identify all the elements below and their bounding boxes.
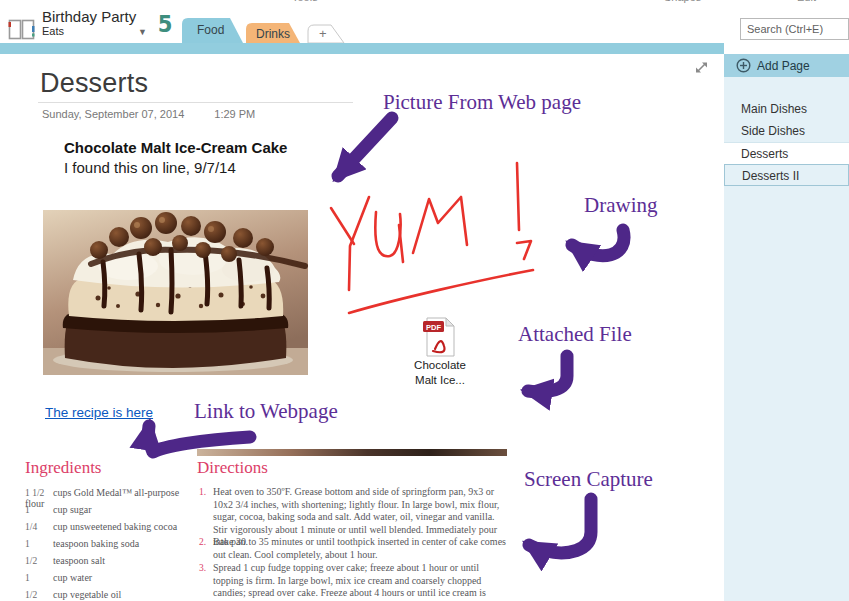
- recipe-hyperlink[interactable]: The recipe is here: [45, 405, 153, 420]
- ink-drawing-yum: [331, 163, 533, 313]
- add-page-button[interactable]: Add Page: [724, 54, 849, 77]
- page-time: 1:29 PM: [214, 108, 255, 120]
- search-input[interactable]: [740, 18, 849, 40]
- ingredient-row: 1/4cup unsweetened baking cocoa: [25, 521, 195, 532]
- note-heading[interactable]: Chocolate Malt Ice-Cream Cake: [64, 139, 287, 156]
- page-date: Sunday, September 07, 2014: [42, 108, 184, 120]
- onenote-window: Tools Shapes Edit Birthday Party Eats ▼ …: [0, 0, 849, 601]
- sidebar-page-desserts-2[interactable]: Desserts II: [724, 164, 849, 186]
- page-timestamp: Sunday, September 07, 20141:29 PM: [42, 108, 255, 120]
- note-subheading[interactable]: I found this on line, 9/7/14: [64, 159, 236, 176]
- sidebar-page-side-dishes[interactable]: Side Dishes: [724, 120, 849, 142]
- ingredient-row: 1teaspoon baking soda: [25, 538, 195, 549]
- direction-step: 3. Spread 1 cup fudge topping over cake;…: [199, 562, 507, 601]
- tab-add-section[interactable]: +: [319, 26, 327, 41]
- cake-photo[interactable]: [43, 210, 308, 375]
- sidebar-page-main-dishes[interactable]: Main Dishes: [724, 98, 849, 120]
- annotation-attached-label: Attached File: [518, 322, 632, 347]
- add-page-label: Add Page: [757, 59, 810, 73]
- directions-heading: Directions: [197, 458, 268, 478]
- ingredient-row: 1cup water: [25, 572, 195, 583]
- arrow-drawing: [572, 230, 624, 256]
- page-list-sidebar: Add Page Main Dishes Side Dishes Dessert…: [724, 54, 849, 601]
- arrow-picture: [338, 118, 392, 176]
- arrow-screen: [529, 499, 591, 553]
- annotation-link-label: Link to Webpage: [194, 399, 338, 424]
- ribbon-tab-tools[interactable]: Tools: [292, 0, 318, 3]
- direction-step: 2. Bake 30 to 35 minutes or until toothp…: [199, 536, 507, 561]
- ingredient-row: 1/2teaspoon salt: [25, 555, 195, 566]
- ribbon-tab-edit[interactable]: Edit: [797, 0, 816, 3]
- annotation-screen-label: Screen Capture: [524, 467, 653, 492]
- sidebar-page-desserts[interactable]: Desserts: [724, 142, 849, 164]
- attached-file[interactable]: PDF Chocolate Malt Ice...: [400, 316, 480, 388]
- pdf-file-icon: PDF: [422, 316, 458, 358]
- section-color-bar: [0, 43, 724, 54]
- title-underline: [38, 102, 353, 103]
- undo-icon[interactable]: 5: [157, 13, 173, 36]
- notebook-switcher[interactable]: Birthday Party Eats: [42, 9, 136, 37]
- annotation-picture-label: Picture From Web page: [383, 90, 581, 115]
- svg-text:PDF: PDF: [426, 323, 441, 332]
- ingredient-row: 1/2cup vegetable oil: [25, 589, 195, 600]
- section-group-name: Eats: [42, 25, 136, 37]
- notebook-title: Birthday Party: [42, 9, 136, 25]
- page-title[interactable]: Desserts: [40, 68, 148, 99]
- expand-page-icon[interactable]: [694, 60, 709, 79]
- notebook-icon[interactable]: [8, 17, 35, 46]
- screen-capture-image[interactable]: [197, 449, 507, 456]
- ribbon-partial: Tools Shapes Edit: [0, 0, 849, 6]
- ingredient-row: 1cup sugar: [25, 504, 195, 515]
- section-tabs: Food Drinks +: [180, 16, 352, 43]
- notebook-dropdown-caret[interactable]: ▼: [138, 27, 147, 37]
- ingredients-heading: Ingredients: [25, 458, 101, 478]
- tab-food[interactable]: Food: [197, 23, 224, 37]
- tab-drinks[interactable]: Drinks: [256, 27, 290, 41]
- annotation-drawing-label: Drawing: [584, 193, 657, 218]
- arrow-attached: [528, 356, 567, 392]
- attachment-name-line1: Chocolate: [400, 358, 480, 373]
- page-canvas: Desserts Sunday, September 07, 20141:29 …: [0, 54, 724, 601]
- plus-circle-icon: [736, 58, 751, 73]
- ribbon-tab-shapes[interactable]: Shapes: [664, 0, 701, 3]
- attachment-name-line2: Malt Ice...: [400, 373, 480, 388]
